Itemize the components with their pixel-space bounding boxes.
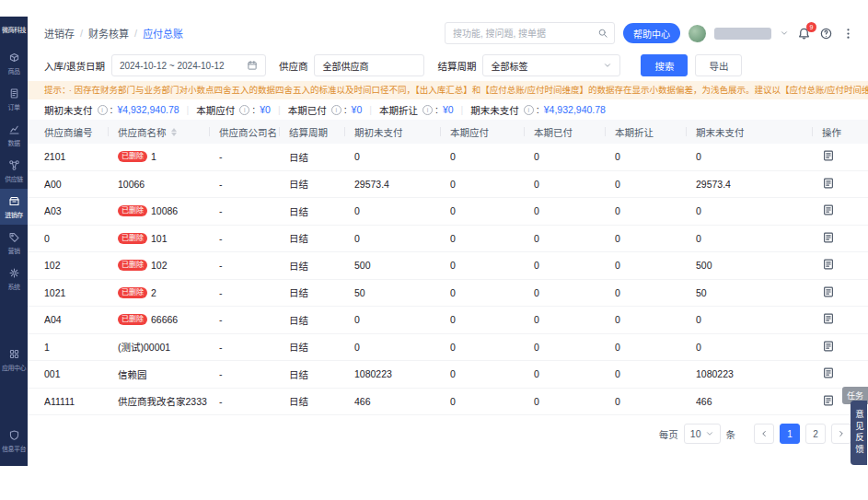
search-button[interactable]: 搜索	[641, 54, 688, 76]
info-icon[interactable]: i	[422, 105, 433, 115]
breadcrumb-item[interactable]: 进销存	[44, 26, 75, 41]
view-detail-icon[interactable]	[822, 149, 835, 162]
breadcrumb-separator: /	[80, 28, 83, 39]
sidebar-item-label: 商品	[8, 66, 20, 76]
cell-company: -	[219, 179, 289, 190]
page-size-select[interactable]: 10	[684, 424, 721, 444]
help-button[interactable]	[819, 27, 833, 41]
cell-code: A00	[44, 179, 118, 190]
supplier-name: 10066	[118, 179, 145, 190]
column-header-label: 操作	[822, 125, 841, 139]
view-detail-icon[interactable]	[822, 394, 835, 407]
cell-code: 001	[44, 368, 118, 379]
info-icon[interactable]: i	[98, 105, 108, 115]
view-detail-icon[interactable]	[822, 285, 835, 298]
summary-bar: 期初未支付i:¥4,932,940.78|本期应付i:¥0|本期已付i:¥0|本…	[28, 99, 868, 120]
sort-icon[interactable]	[171, 128, 177, 136]
cell-cycle: 日结	[289, 367, 354, 381]
column-header-label: 本期应付	[450, 125, 489, 139]
summary-item: 本期已付i:¥0	[288, 103, 363, 117]
sidebar-item-apps[interactable]: 应用中心	[0, 342, 28, 378]
cell-name: 信赖园	[118, 367, 219, 381]
sidebar-item-system[interactable]: 系统	[0, 261, 28, 297]
breadcrumb-item[interactable]: 应付总账	[143, 26, 183, 41]
avatar[interactable]	[689, 25, 706, 42]
sidebar-item-inventory[interactable]: 进销存	[0, 189, 28, 225]
cell-name: 已删除102	[118, 260, 219, 271]
sidebar: 微商科技 商品订单数据供应链进销存营销系统应用中心信息平台	[0, 17, 28, 466]
sidebar-item-label: 应用中心	[2, 363, 26, 372]
cell-end: 0	[696, 205, 822, 216]
cell-company: -	[219, 151, 289, 162]
order-icon	[8, 87, 20, 99]
cell-discount: 0	[615, 179, 696, 190]
sidebar-item-label: 营销	[8, 246, 20, 255]
notifications-button[interactable]: 9	[797, 27, 811, 41]
view-detail-icon[interactable]	[822, 177, 835, 190]
cell-cycle: 日结	[289, 150, 354, 164]
help-center-button[interactable]: 帮助中心	[623, 23, 680, 43]
sidebar-item-supply[interactable]: 供应链	[0, 153, 28, 189]
search-icon[interactable]	[597, 28, 608, 39]
date-range-input[interactable]: 2024-10-12 ~ 2024-10-12	[111, 54, 266, 76]
info-icon[interactable]: i	[331, 105, 341, 115]
pagination-next-button[interactable]	[831, 424, 851, 444]
table-row: A04已删除66666-日结00000	[28, 307, 868, 334]
view-detail-icon[interactable]	[822, 231, 835, 244]
view-detail-icon[interactable]	[822, 366, 835, 379]
summary-colon: :	[435, 104, 438, 115]
column-header: 本期已付	[534, 120, 615, 144]
deleted-badge: 已删除	[118, 287, 147, 298]
sidebar-item-order[interactable]: 订单	[0, 81, 28, 117]
breadcrumb-item[interactable]: 财务核算	[88, 26, 129, 41]
cell-paid: 0	[534, 233, 615, 244]
summary-separator: |	[187, 104, 190, 115]
supplier-name: 供应商我改名家2333	[118, 394, 207, 408]
pagination-page-1[interactable]: 1	[780, 424, 800, 444]
export-button[interactable]: 导出	[695, 54, 742, 76]
column-header: 供应商公司名	[219, 120, 289, 144]
info-icon[interactable]: i	[239, 105, 249, 115]
cell-payable: 0	[450, 233, 534, 244]
view-detail-icon[interactable]	[822, 203, 835, 216]
view-detail-icon[interactable]	[822, 312, 835, 325]
cell-name: 供应商我改名家2333	[118, 394, 219, 408]
masked-username[interactable]	[714, 28, 771, 40]
cell-begin: 0	[354, 233, 450, 244]
pagination-prev-button[interactable]	[754, 424, 774, 444]
calendar-icon[interactable]	[247, 60, 258, 71]
global-search[interactable]	[445, 22, 615, 44]
supplier-name: 信赖园	[118, 367, 147, 381]
sidebar-item-marketing[interactable]: 营销	[0, 225, 28, 261]
cell-payable: 0	[450, 205, 534, 216]
summary-item: 期初未支付i:¥4,932,940.78	[44, 103, 179, 117]
marketing-icon	[8, 231, 20, 243]
supplier-name: (测试)00001	[118, 340, 170, 354]
sidebar-item-data[interactable]: 数据	[0, 117, 28, 153]
cell-name: 已删除66666	[118, 314, 219, 325]
sidebar-item-goods[interactable]: 商品	[0, 45, 28, 81]
view-detail-icon[interactable]	[822, 340, 835, 353]
summary-label: 本期应付	[196, 103, 235, 117]
column-header-label: 供应商编号	[44, 125, 93, 139]
sidebar-item-label: 系统	[8, 282, 20, 291]
view-detail-icon[interactable]	[822, 258, 835, 271]
summary-colon: :	[537, 104, 539, 115]
supplier-input[interactable]: 全部供应商	[314, 54, 424, 76]
cycle-select[interactable]: 全部标签	[482, 54, 620, 76]
deleted-badge: 已删除	[118, 260, 147, 271]
cell-end: 0	[696, 314, 822, 325]
chevron-left-icon	[759, 429, 769, 438]
sidebar-item-platform[interactable]: 信息平台	[0, 423, 28, 459]
info-icon[interactable]: i	[524, 105, 534, 115]
cell-actions	[822, 366, 857, 381]
supplier-name: 10086	[151, 205, 178, 216]
summary-item: 本期应付i:¥0	[196, 103, 271, 117]
more-button[interactable]	[841, 27, 855, 41]
user-menu-chevron-icon[interactable]	[780, 29, 789, 38]
global-search-input[interactable]	[453, 29, 592, 39]
cell-discount: 0	[615, 314, 696, 325]
feedback-ribbon[interactable]: 意见反馈	[851, 401, 867, 465]
cell-begin: 50	[354, 287, 450, 298]
pagination-page-2[interactable]: 2	[805, 424, 826, 444]
